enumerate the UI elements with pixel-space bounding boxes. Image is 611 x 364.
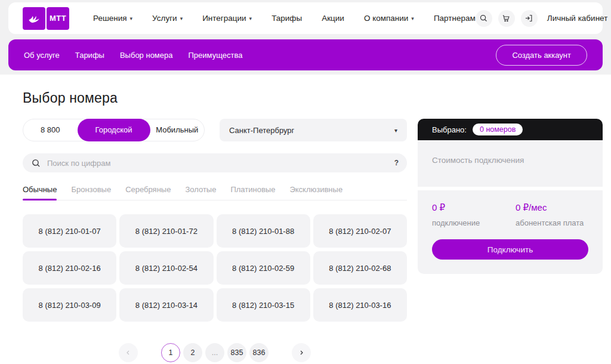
- account-link[interactable]: Личный кабинет: [547, 14, 608, 23]
- mtt-logo[interactable]: МТТ: [23, 7, 69, 30]
- tab-mobile[interactable]: Мобильный: [150, 119, 205, 141]
- pagination-pages: 1 2 ... 835 836: [161, 343, 269, 362]
- tab-city[interactable]: Городской: [78, 119, 150, 141]
- create-account-button[interactable]: Создать аккаунт: [496, 45, 587, 66]
- pagination-ellipsis[interactable]: ...: [205, 343, 224, 362]
- phone-numbers-grid: 8 (812) 210-01-07 8 (812) 210-01-72 8 (8…: [23, 214, 407, 322]
- chevron-down-icon: ▾: [411, 16, 414, 21]
- pagination-page-1[interactable]: 1: [161, 343, 180, 362]
- phone-number-card[interactable]: 8 (812) 210-03-09: [23, 288, 116, 322]
- subnav-item-benefits[interactable]: Преимущества: [189, 51, 243, 60]
- connect-button[interactable]: Подключить: [432, 239, 588, 260]
- setup-price: 0 ₽: [432, 202, 516, 213]
- subnav-item-tariffs[interactable]: Тарифы: [75, 51, 104, 60]
- selection-panel: Выбрано: 0 номеров Стоимость подключения…: [418, 119, 603, 362]
- main-header: МТТ Решения▾ Услуги▾ Интеграции▾ Тарифы …: [8, 2, 603, 34]
- monthly-price-label: абонентская плата: [516, 218, 588, 227]
- cart-icon: [502, 14, 511, 23]
- category-tab-exclusive[interactable]: Эксклюзивные: [289, 185, 342, 200]
- subnav-item-about-service[interactable]: Об услуге: [24, 51, 60, 60]
- digit-search-input[interactable]: [47, 159, 388, 168]
- phone-number-card[interactable]: 8 (812) 210-03-15: [217, 288, 310, 322]
- phone-number-card[interactable]: 8 (812) 210-02-59: [217, 251, 310, 285]
- nav-item-integrations[interactable]: Интеграции▾: [202, 14, 252, 23]
- pagination-page-835[interactable]: 835: [227, 343, 246, 362]
- digit-search: ?: [23, 153, 407, 172]
- phone-number-card[interactable]: 8 (812) 210-02-16: [23, 251, 116, 285]
- category-tab-silver[interactable]: Серебряные: [125, 185, 171, 200]
- top-strip: МТТ Решения▾ Услуги▾ Интеграции▾ Тарифы …: [0, 0, 611, 75]
- main-content: Выбор номера 8 800 Городской Мобильный С…: [0, 75, 611, 362]
- city-select[interactable]: Санкт-Петербрург ▾: [220, 119, 407, 141]
- number-type-tabs: 8 800 Городской Мобильный: [23, 119, 205, 141]
- phone-number-card[interactable]: 8 (812) 210-03-16: [313, 288, 407, 322]
- pagination-page-2[interactable]: 2: [183, 343, 202, 362]
- subnav-item-number-select[interactable]: Выбор номера: [120, 51, 173, 60]
- selection-panel-header: Выбрано: 0 номеров: [418, 119, 603, 140]
- page-title: Выбор номера: [23, 90, 603, 106]
- nav-item-partners[interactable]: Партнерам: [434, 14, 476, 23]
- chevron-down-icon: ▾: [180, 16, 183, 21]
- logo-text: МТТ: [47, 7, 69, 30]
- category-tab-bronze[interactable]: Бронзовые: [71, 185, 111, 200]
- nav-item-tariffs[interactable]: Тарифы: [271, 14, 302, 23]
- nav-item-promos[interactable]: Акции: [322, 14, 344, 23]
- search-icon: [479, 14, 488, 23]
- connection-cost-title: Стоимость подключения: [432, 156, 524, 165]
- phone-number-card[interactable]: 8 (812) 210-01-07: [23, 214, 116, 248]
- nav-item-services[interactable]: Услуги▾: [152, 14, 183, 23]
- selected-label: Выбрано:: [432, 125, 467, 134]
- tab-8800[interactable]: 8 800: [23, 119, 78, 141]
- setup-price-label: подключение: [432, 218, 516, 227]
- nav-item-about[interactable]: О компании▾: [364, 14, 414, 23]
- selected-count-badge: 0 номеров: [473, 124, 523, 135]
- city-select-value: Санкт-Петербрург: [229, 126, 294, 135]
- category-tab-gold[interactable]: Золотые: [185, 185, 216, 200]
- chevron-right-icon: [298, 349, 305, 356]
- search-help-icon[interactable]: ?: [394, 159, 399, 167]
- pagination-next-button[interactable]: [292, 343, 311, 362]
- category-tab-regular[interactable]: Обычные: [23, 185, 57, 200]
- connection-cost-section: Стоимость подключения: [418, 140, 603, 187]
- chevron-down-icon: ▾: [130, 16, 133, 21]
- search-icon: [31, 158, 41, 168]
- monthly-price: 0 ₽/мес: [516, 202, 588, 213]
- service-subnav: Об услуге Тарифы Выбор номера Преимущест…: [8, 39, 603, 70]
- pagination: 1 2 ... 835 836: [23, 343, 407, 362]
- nav-item-solutions[interactable]: Решения▾: [93, 14, 132, 23]
- category-tab-platinum[interactable]: Платиновые: [230, 185, 275, 200]
- pagination-page-836[interactable]: 836: [249, 343, 269, 362]
- numbers-column: 8 800 Городской Мобильный Санкт-Петербру…: [23, 119, 407, 362]
- phone-number-card[interactable]: 8 (812) 210-01-88: [217, 214, 310, 248]
- phone-number-card[interactable]: 8 (812) 210-02-54: [119, 251, 213, 285]
- phone-number-card[interactable]: 8 (812) 210-02-68: [313, 251, 407, 285]
- bird-icon: [23, 7, 45, 30]
- search-button[interactable]: [476, 10, 492, 27]
- chevron-down-icon: ▾: [394, 127, 397, 134]
- phone-number-card[interactable]: 8 (812) 210-01-72: [119, 214, 213, 248]
- cart-button[interactable]: [498, 10, 515, 27]
- login-icon: [524, 14, 533, 23]
- phone-number-card[interactable]: 8 (812) 210-03-14: [119, 288, 213, 322]
- chevron-down-icon: ▾: [249, 16, 252, 21]
- pagination-prev-button[interactable]: [119, 343, 138, 362]
- chevron-left-icon: [125, 349, 132, 356]
- main-nav: Решения▾ Услуги▾ Интеграции▾ Тарифы Акци…: [93, 14, 476, 23]
- header-actions: Личный кабинет: [476, 10, 608, 27]
- price-summary-section: 0 ₽ 0 ₽/мес подключение абонентская плат…: [418, 190, 603, 274]
- phone-number-card[interactable]: 8 (812) 210-02-07: [313, 214, 407, 248]
- category-tabs: Обычные Бронзовые Серебряные Золотые Пла…: [23, 185, 407, 200]
- login-button[interactable]: [521, 10, 538, 27]
